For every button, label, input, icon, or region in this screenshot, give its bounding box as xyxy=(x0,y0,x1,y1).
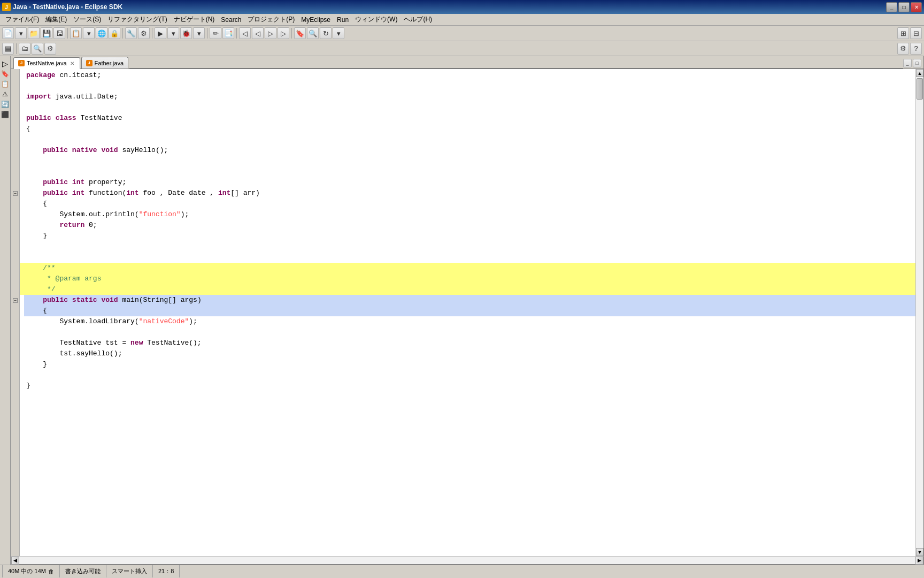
sidebar-icon-5[interactable]: 🔄 xyxy=(1,100,10,109)
tb-debug[interactable]: 🐞 xyxy=(180,27,192,39)
menu-edit[interactable]: 編集(E) xyxy=(42,14,70,25)
marker-25 xyxy=(20,327,24,338)
minimize-button[interactable]: _ xyxy=(886,2,897,12)
tb-bookmark[interactable]: 🔖 xyxy=(294,27,306,39)
tb-back2[interactable]: ◁ xyxy=(252,27,264,39)
marker-30 xyxy=(20,381,24,391)
marker-6 xyxy=(20,124,24,134)
tb-debug-dropdown[interactable]: ▾ xyxy=(193,27,205,39)
tb-globe[interactable]: 🌐 xyxy=(96,27,107,39)
tb-dropdown3[interactable]: ▾ xyxy=(333,27,344,39)
maximize-button[interactable]: □ xyxy=(898,2,910,12)
scrollbar-track[interactable] xyxy=(916,101,923,548)
status-insert: スマート挿入 xyxy=(106,565,153,577)
scrollbar-thumb[interactable] xyxy=(917,78,923,100)
marker-16 xyxy=(20,231,24,241)
tb-refresh[interactable]: ↻ xyxy=(320,27,332,39)
code-line-21: */ xyxy=(24,284,915,295)
tb2-btn3[interactable]: 🔍 xyxy=(32,43,43,55)
tb2-btn2[interactable]: 🗂 xyxy=(19,43,30,55)
sidebar-icon-2[interactable]: 🔖 xyxy=(1,70,10,78)
marker-12 xyxy=(20,188,24,199)
scrollbar-htrack[interactable] xyxy=(19,557,915,564)
tb-search[interactable]: 🔍 xyxy=(307,27,319,39)
title-bar-text: Java - TestNative.java - Eclipse SDK xyxy=(13,3,122,11)
tb-dropdown2[interactable]: ▾ xyxy=(83,27,95,39)
gutter-fold-12[interactable]: − xyxy=(11,188,19,199)
close-button[interactable]: ✕ xyxy=(911,2,922,12)
marker-19 xyxy=(20,263,24,273)
tb-fwd[interactable]: ▷ xyxy=(265,27,276,39)
code-line-17 xyxy=(24,241,915,252)
code-line-28: } xyxy=(24,359,915,370)
code-line-1: package cn.itcast; xyxy=(24,70,915,81)
scrollbar-vertical[interactable]: ▲ ▼ xyxy=(915,69,923,556)
menu-myeclipse[interactable]: MyEclipse xyxy=(298,15,334,25)
tab-testnative[interactable]: J TestNative.java ✕ xyxy=(13,57,80,69)
scrollbar-right[interactable]: ▶ xyxy=(915,557,923,565)
scrollbar-horizontal[interactable]: ◀ ▶ xyxy=(11,556,923,564)
code-line-9 xyxy=(24,156,915,166)
editor-minimize[interactable]: _ xyxy=(903,59,912,67)
tb-right1[interactable]: ⊞ xyxy=(897,27,909,39)
gutter-line-25 xyxy=(11,327,19,338)
tb2-btn4[interactable]: ⚙ xyxy=(44,43,56,55)
tb-open[interactable]: 📁 xyxy=(28,27,40,39)
left-sidebar: ▷ 🔖 📋 ⚠ 🔄 ⬛ xyxy=(0,56,11,565)
menu-source[interactable]: ソース(S) xyxy=(70,14,104,25)
scrollbar-up[interactable]: ▲ xyxy=(916,69,923,77)
tb2-help[interactable]: ? xyxy=(910,43,922,55)
tb-tools2[interactable]: ⚙ xyxy=(138,27,150,39)
menu-run[interactable]: Run xyxy=(334,15,352,25)
tb2-btn1[interactable]: ▤ xyxy=(2,43,14,55)
tb-save[interactable]: 💾 xyxy=(41,27,52,39)
tb-right2[interactable]: ⊟ xyxy=(910,27,922,39)
scrollbar-left[interactable]: ◀ xyxy=(11,557,19,565)
marker-20 xyxy=(20,273,24,284)
tb-clipboard[interactable]: 📑 xyxy=(222,27,234,39)
sidebar-icon-6[interactable]: ⬛ xyxy=(1,110,10,119)
sidebar-icon-4[interactable]: ⚠ xyxy=(1,90,10,98)
code-line-16: } xyxy=(24,231,915,241)
status-writable: 書き込み可能 xyxy=(60,565,106,577)
editor-maximize[interactable]: □ xyxy=(913,59,921,67)
toolbar-main: 📄 ▾ 📁 💾 🖫 📋 ▾ 🌐 🔒 🔧 ⚙ ▶ ▾ 🐞 ▾ ✏ 📑 ◁ ◁ ▷ … xyxy=(0,26,924,41)
tb-run-dropdown[interactable]: ▾ xyxy=(167,27,179,39)
code-line-3: import java.util.Date; xyxy=(24,92,915,102)
menu-refactor[interactable]: リファクタリング(T) xyxy=(104,14,170,25)
scrollbar-down[interactable]: ▼ xyxy=(916,548,923,556)
tab-father[interactable]: J Father.java xyxy=(81,57,128,69)
marker-23 xyxy=(20,306,24,316)
tab-close-testnative[interactable]: ✕ xyxy=(69,60,75,66)
sidebar-icon-1[interactable]: ▷ xyxy=(1,59,10,68)
menu-search[interactable]: Search xyxy=(218,15,244,25)
tb-fwd2[interactable]: ▷ xyxy=(278,27,289,39)
status-memory: 40M 中の 14M 🗑 xyxy=(2,565,60,577)
tb-save2[interactable]: 🖫 xyxy=(53,27,65,39)
tb-copy[interactable]: 📋 xyxy=(70,27,82,39)
code-line-8: public native void sayHello(); xyxy=(24,145,915,156)
tb-dropdown1[interactable]: ▾ xyxy=(15,27,27,39)
tb-back[interactable]: ◁ xyxy=(239,27,251,39)
gutter-line-11 xyxy=(11,177,19,188)
gutter-fold-22[interactable]: − xyxy=(11,295,19,306)
tb-lock[interactable]: 🔒 xyxy=(109,27,120,39)
status-memory-icon[interactable]: 🗑 xyxy=(48,568,54,575)
menu-navigate[interactable]: ナビゲート(N) xyxy=(171,14,218,25)
sidebar-icon-3[interactable]: 📋 xyxy=(1,80,10,88)
tb-run[interactable]: ▶ xyxy=(155,27,166,39)
tb-new[interactable]: 📄 xyxy=(2,27,14,39)
gutter-line-7 xyxy=(11,134,19,145)
tb2-settings[interactable]: ⚙ xyxy=(897,43,909,55)
code-text-area[interactable]: package cn.itcast; import java.util.Date… xyxy=(24,69,915,556)
gutter-line-10 xyxy=(11,166,19,177)
gutter-line-1 xyxy=(11,70,19,81)
marker-10 xyxy=(20,166,24,177)
tb-tools[interactable]: 🔧 xyxy=(125,27,137,39)
menu-file[interactable]: ファイル(F) xyxy=(2,14,42,25)
menu-help[interactable]: ヘルプ(H) xyxy=(401,14,435,25)
menu-window[interactable]: ウィンドウ(W) xyxy=(352,14,401,25)
tb-pencil[interactable]: ✏ xyxy=(210,27,221,39)
menu-project[interactable]: プロジェクト(P) xyxy=(244,14,298,25)
code-empty-space xyxy=(24,391,915,552)
